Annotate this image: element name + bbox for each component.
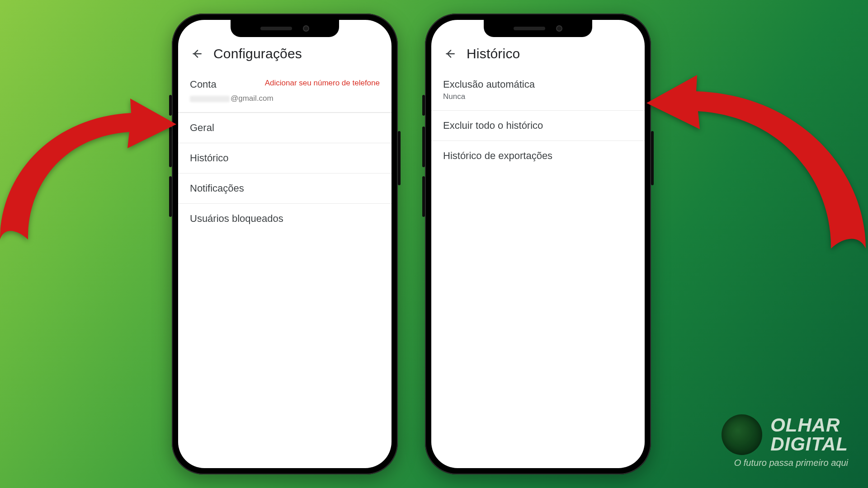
phone-side-button (651, 131, 654, 185)
settings-list: Conta Adicionar seu número de telefone @… (178, 70, 392, 234)
add-phone-link[interactable]: Adicionar seu número de telefone (265, 79, 380, 88)
settings-row-notificacoes[interactable]: Notificações (178, 174, 392, 204)
phone-speaker (260, 27, 292, 30)
settings-row-geral[interactable]: Geral (178, 113, 392, 143)
tutorial-stage: Configurações Conta Adicionar seu número… (0, 0, 868, 488)
watermark-row: OLHAR DIGITAL (722, 414, 848, 455)
page-title: Configurações (213, 46, 302, 61)
phone-screen: Histórico Exclusão automática Nunca Excl… (431, 20, 645, 468)
phone-side-button (398, 131, 401, 185)
phone-mockup-left: Configurações Conta Adicionar seu número… (172, 14, 398, 474)
phone-speaker (514, 27, 545, 30)
phone-notch (231, 20, 339, 37)
watermark-olhar-digital: OLHAR DIGITAL O futuro passa primeiro aq… (722, 414, 848, 468)
watermark-text: OLHAR DIGITAL (770, 416, 848, 454)
row-label: Notificações (190, 183, 380, 194)
phone-screen: Configurações Conta Adicionar seu número… (178, 20, 392, 468)
phone-side-button (422, 95, 425, 116)
settings-row-conta[interactable]: Conta Adicionar seu número de telefone @… (178, 70, 392, 113)
back-arrow-icon[interactable] (443, 47, 457, 61)
settings-row-historico[interactable]: Histórico (178, 143, 392, 174)
phone-camera (303, 25, 309, 32)
row-label: Excluir todo o histórico (443, 120, 633, 131)
phone-side-button (422, 176, 425, 217)
phone-side-button (169, 127, 172, 167)
row-label: Exclusão automática (443, 79, 633, 90)
back-arrow-icon[interactable] (190, 47, 203, 61)
row-label: Histórico de exportações (443, 150, 633, 162)
redacted-username (190, 96, 230, 102)
highlight-arrow-right (633, 59, 868, 253)
watermark-tagline: O futuro passa primeiro aqui (734, 458, 848, 468)
history-row-export[interactable]: Histórico de exportações (431, 141, 645, 171)
highlight-arrow-left (0, 81, 185, 244)
phone-notch (484, 20, 592, 37)
row-label: Geral (190, 122, 380, 134)
history-row-delete-all[interactable]: Excluir todo o histórico (431, 111, 645, 141)
email-domain: @gmail.com (231, 94, 274, 103)
phone-side-button (422, 127, 425, 167)
row-sublabel: Nunca (443, 92, 633, 101)
phone-side-button (169, 176, 172, 217)
watermark-line2: DIGITAL (770, 435, 848, 454)
row-label: Usuários bloqueados (190, 213, 380, 225)
phone-side-button (169, 95, 172, 116)
account-email: @gmail.com (190, 94, 380, 103)
phone-mockup-right: Histórico Exclusão automática Nunca Excl… (425, 14, 651, 474)
row-label: Histórico (190, 152, 380, 164)
history-list: Exclusão automática Nunca Excluir todo o… (431, 70, 645, 171)
phone-camera (556, 25, 562, 32)
page-title: Histórico (467, 46, 520, 61)
watermark-logo-icon (722, 414, 762, 455)
watermark-line1: OLHAR (770, 416, 848, 435)
settings-row-usuarios-bloqueados[interactable]: Usuários bloqueados (178, 204, 392, 234)
history-row-auto-delete[interactable]: Exclusão automática Nunca (431, 70, 645, 111)
